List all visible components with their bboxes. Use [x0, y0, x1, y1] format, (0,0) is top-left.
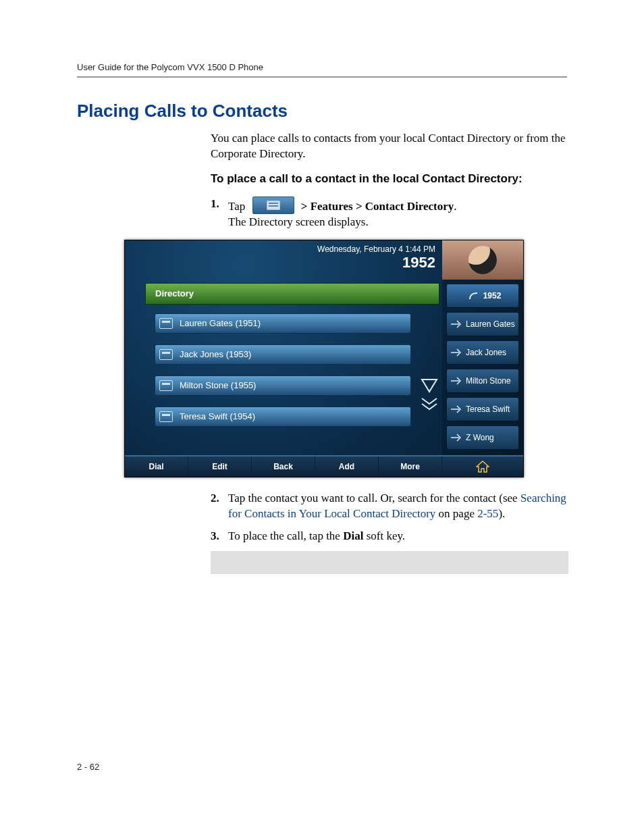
contact-name: Milton Stone (1955) [180, 380, 256, 390]
contact-name: Lauren Gates (1951) [180, 318, 261, 328]
contact-name: Teresa Swift (1954) [180, 411, 255, 421]
speed-dial-icon [450, 375, 462, 386]
speed-dial-icon [450, 404, 462, 415]
step2-text-a: Tap the contact you want to call. Or, se… [228, 492, 520, 504]
speed-dial-icon [450, 432, 462, 443]
xref-page-link[interactable]: 2-55 [477, 507, 498, 520]
rail-contact[interactable]: Z Wong [446, 425, 519, 450]
softkey-label: More [400, 462, 420, 471]
contact-row[interactable]: Milton Stone (1955) [155, 375, 411, 396]
phone-right-rail: 1952 Lauren Gates Jack Jones Milton Ston… [442, 280, 523, 457]
phone-contact-list: Lauren Gates (1951) Jack Jones (1953) Mi… [155, 313, 411, 438]
rail-contact[interactable]: Teresa Swift [446, 397, 519, 421]
rail-contact[interactable]: Milton Stone [446, 369, 519, 393]
step3-text-a: To place the call, tap the [228, 529, 343, 542]
step-2: Tap the contact you want to call. Or, se… [211, 491, 568, 522]
document-page: User Guide for the Polycom VVX 1500 D Ph… [0, 0, 644, 834]
chevron-double-down-icon[interactable] [421, 397, 438, 412]
home-icon [476, 461, 489, 473]
contact-name: Jack Jones (1953) [180, 349, 251, 359]
contact-card-icon [159, 411, 173, 422]
contact-card-icon [159, 349, 173, 360]
step-1: Tap > Features > Contact Directory. The … [211, 197, 568, 230]
rail-label: 1952 [483, 291, 502, 301]
phone-softkeys: Dial Edit Back Add More [125, 455, 523, 477]
phone-title-bar: Directory [145, 283, 439, 305]
phone-title-text: Directory [155, 288, 194, 298]
softkey-home[interactable] [442, 457, 523, 477]
intro-paragraph: You can place calls to contacts from you… [211, 131, 568, 162]
softkey-more[interactable]: More [379, 457, 442, 477]
step2-text-e: ). [498, 507, 505, 520]
running-head: User Guide for the Polycom VVX 1500 D Ph… [77, 62, 567, 76]
body-text: You can place calls to contacts from you… [211, 131, 568, 230]
procedure-heading: To place a call to a contact in the loca… [211, 172, 568, 187]
softkey-label: Add [339, 462, 354, 471]
rail-contact[interactable]: Jack Jones [446, 340, 519, 365]
step3-text-c: soft key. [363, 529, 405, 542]
contact-row[interactable]: Jack Jones (1953) [155, 344, 411, 365]
step1-tail: . [454, 200, 456, 213]
rail-label: Teresa Swift [466, 405, 510, 414]
rail-label: Z Wong [466, 433, 494, 442]
rail-label: Jack Jones [466, 348, 506, 357]
step-3: To place the call, tap the Dial soft key… [211, 529, 568, 544]
section-heading: Placing Calls to Contacts [77, 101, 567, 122]
rail-contact[interactable]: Lauren Gates [446, 312, 519, 336]
page-number: 2 - 62 [77, 762, 99, 772]
contact-row[interactable]: Lauren Gates (1951) [155, 313, 411, 334]
softkey-dial[interactable]: Dial [125, 457, 188, 477]
softkey-label: Edit [212, 462, 227, 471]
body-text-2: Tap the contact you want to call. Or, se… [211, 491, 568, 544]
softkey-label: Dial [149, 462, 163, 471]
softkey-add[interactable]: Add [315, 457, 379, 477]
dial-label: Dial [343, 529, 363, 542]
rail-label: Milton Stone [466, 376, 511, 386]
softkey-back[interactable]: Back [252, 457, 315, 477]
softkey-label: Back [273, 462, 293, 471]
contact-card-icon [159, 380, 173, 391]
phone-avatar [442, 240, 523, 280]
scroll-arrows[interactable] [421, 378, 439, 416]
step1-menu-path: > Features > Contact Directory [301, 200, 454, 213]
contact-row[interactable]: Teresa Swift (1954) [155, 407, 411, 427]
softkey-edit[interactable]: Edit [188, 457, 252, 477]
procedure-steps: Tap > Features > Contact Directory. The … [211, 197, 568, 230]
speed-dial-icon [450, 347, 462, 358]
svg-rect-1 [269, 203, 278, 204]
menu-icon [252, 197, 294, 214]
placeholder-block [211, 551, 568, 574]
phone-datetime: Wednesday, February 4 1:44 PM [317, 244, 435, 254]
svg-rect-2 [269, 205, 278, 207]
rail-label: Lauren Gates [466, 319, 515, 329]
step1-pre: Tap [228, 200, 245, 213]
rail-self-line[interactable]: 1952 [446, 284, 519, 308]
contact-card-icon [159, 318, 173, 329]
phone-screenshot: Wednesday, February 4 1:44 PM 1952 Direc… [124, 240, 524, 477]
chevron-down-icon[interactable] [421, 378, 438, 393]
handset-icon [467, 290, 479, 301]
step2-text-c: on page [435, 507, 477, 520]
phone-topbar: Wednesday, February 4 1:44 PM 1952 [125, 240, 523, 280]
speed-dial-icon [450, 319, 462, 330]
procedure-steps-cont: Tap the contact you want to call. Or, se… [211, 491, 568, 544]
svg-marker-3 [422, 380, 437, 392]
step1-result: The Directory screen displays. [228, 215, 568, 230]
phone-extension: 1952 [402, 254, 435, 271]
header-rule [77, 76, 567, 78]
